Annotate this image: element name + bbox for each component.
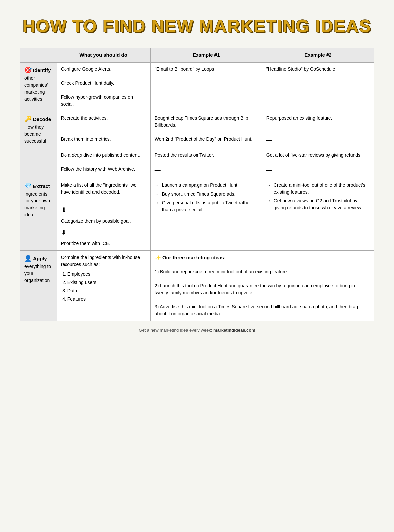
identify-sublabel: other companies' marketing activities xyxy=(24,75,48,102)
extract-what-1: Make a list of all the "ingredients" we … xyxy=(61,182,137,195)
decode-bold: Decode xyxy=(33,116,51,122)
main-table: What you should do Example #1 Example #2… xyxy=(20,48,374,321)
apply-idea-2: 2) Launch this tool on Product Hunt and … xyxy=(151,279,374,300)
identify-emoji: 🎯 xyxy=(24,67,32,73)
apply-label: 👤Apply everything to your organization xyxy=(20,250,57,321)
decode-ex1-4: — xyxy=(150,162,262,178)
extract-emoji: 💎 xyxy=(24,183,32,189)
header-col1: What you should do xyxy=(57,48,150,63)
apply-ideas-header-row: ✨ Our three marketing ideas: xyxy=(151,251,374,265)
apply-ideas-table: ✨ Our three marketing ideas: 1) Build an… xyxy=(151,251,374,321)
identify-bold: Identify xyxy=(33,67,51,73)
extract-ex1-list: Launch a campaign on Product Hunt. Buy s… xyxy=(155,182,258,213)
decode-what-3: Do a deep dive into published content. xyxy=(57,148,150,162)
decode-ex1-1: Bought cheap Times Square ads through Bl… xyxy=(150,111,262,132)
decode-ex1-3: Posted the results on Twitter. xyxy=(150,148,262,162)
extract-ex2-item-1: Create a mini-tool out of one of the pro… xyxy=(266,182,370,196)
extract-label: 💎Extract Ingredients for your own market… xyxy=(20,178,57,250)
page-title: HOW TO FIND NEW MARKETING IDEAS xyxy=(20,17,374,36)
identify-what-1: Configure Google Alerts. xyxy=(57,62,150,76)
apply-idea-3-row: 3) Advertise this mini-tool on a Times S… xyxy=(151,300,374,321)
identify-ex2: "Headline Studio" by CoSchedule xyxy=(262,62,374,111)
apply-idea-3: 3) Advertise this mini-tool on a Times S… xyxy=(151,300,374,321)
decode-what-2: Break them into metrics. xyxy=(57,132,150,148)
apply-idea-1: 1) Build and repackage a free mini-tool … xyxy=(151,265,374,279)
footer-link[interactable]: marketingideas.com xyxy=(213,328,255,332)
extract-what: Make a list of all the "ingredients" we … xyxy=(57,178,150,250)
decode-what-1: Recreate the activities. xyxy=(57,111,150,132)
apply-resource-4: Features xyxy=(67,296,146,303)
table-row-decode-4: Follow the history with Web Archive. — — xyxy=(20,162,374,178)
table-row-extract: 💎Extract Ingredients for your own market… xyxy=(20,178,374,250)
extract-ex1-item-1: Launch a campaign on Product Hunt. xyxy=(155,182,258,189)
footer-text: Get a new marketing idea every week: xyxy=(139,328,212,332)
decode-ex2-2: — xyxy=(262,132,374,148)
extract-bold: Extract xyxy=(33,183,50,189)
decode-emoji: 🔑 xyxy=(24,116,32,122)
extract-ex1-item-3: Give personal gifts as a public Tweet ra… xyxy=(155,200,258,213)
table-row-identify: 🎯Identify other companies' marketing act… xyxy=(20,62,374,76)
apply-resource-3: Data xyxy=(67,287,146,294)
apply-ideas-header: ✨ Our three marketing ideas: xyxy=(151,251,374,265)
extract-what-3: Prioritize them with ICE. xyxy=(61,241,110,246)
extract-ex2-list: Create a mini-tool out of one of the pro… xyxy=(266,182,370,211)
identify-label: 🎯Identify other companies' marketing act… xyxy=(20,62,57,111)
decode-ex2-4: — xyxy=(262,162,374,178)
table-header-row: What you should do Example #1 Example #2 xyxy=(20,48,374,63)
decode-what-4: Follow the history with Web Archive. xyxy=(57,162,150,178)
footer: Get a new marketing idea every week: mar… xyxy=(20,328,374,332)
apply-what: Combine the ingredients with in-house re… xyxy=(57,250,150,321)
decode-label: 🔑Decode How they became successful xyxy=(20,111,57,178)
identify-what-2: Check Product Hunt daily. xyxy=(57,76,150,90)
down-arrow-1: ⬇ xyxy=(61,205,146,215)
table-row-apply: 👤Apply everything to your organization C… xyxy=(20,250,374,321)
apply-resource-1: Employees xyxy=(67,271,146,278)
identify-what-3: Follow hyper-growth companies on social. xyxy=(57,90,150,111)
extract-ex2: Create a mini-tool out of one of the pro… xyxy=(262,178,374,250)
apply-bold: Apply xyxy=(33,256,47,261)
decode-ex2-1: Repurposed an existing feature. xyxy=(262,111,374,132)
extract-sublabel: Ingredients for your own marketing idea xyxy=(24,191,50,217)
decode-ex2-3: Got a lot of five-star reviews by giving… xyxy=(262,148,374,162)
decode-sublabel: How they became successful xyxy=(24,124,46,144)
table-row-decode-3: Do a deep dive into published content. P… xyxy=(20,148,374,162)
down-arrow-2: ⬇ xyxy=(61,227,146,237)
apply-idea-2-row: 2) Launch this tool on Product Hunt and … xyxy=(151,279,374,300)
header-col0 xyxy=(20,48,57,63)
table-row-decode-1: 🔑Decode How they became successful Recre… xyxy=(20,111,374,132)
identify-ex1: "Email to Billboard" by Loops xyxy=(150,62,262,111)
extract-what-2: Categorize them by possible goal. xyxy=(61,218,131,224)
apply-resource-list: Employees Existing users Data Features xyxy=(61,271,146,303)
decode-ex1-2: Won 2nd "Product of the Day" on Product … xyxy=(150,132,262,148)
apply-emoji: 👤 xyxy=(24,255,32,262)
apply-ideas-cell: ✨ Our three marketing ideas: 1) Build an… xyxy=(150,250,374,321)
extract-ex1-item-2: Buy short, timed Times Square ads. xyxy=(155,191,258,198)
extract-ex2-item-2: Get new reviews on G2 and Trustpilot by … xyxy=(266,198,370,211)
table-row-decode-2: Break them into metrics. Won 2nd "Produc… xyxy=(20,132,374,148)
apply-what-intro: Combine the ingredients with in-house re… xyxy=(61,255,140,267)
apply-sublabel: everything to your organization xyxy=(24,264,51,283)
header-col2: Example #1 xyxy=(150,48,262,63)
apply-idea-1-row: 1) Build and repackage a free mini-tool … xyxy=(151,265,374,279)
header-col3: Example #2 xyxy=(262,48,374,63)
apply-resource-2: Existing users xyxy=(67,279,146,286)
extract-ex1: Launch a campaign on Product Hunt. Buy s… xyxy=(150,178,262,250)
